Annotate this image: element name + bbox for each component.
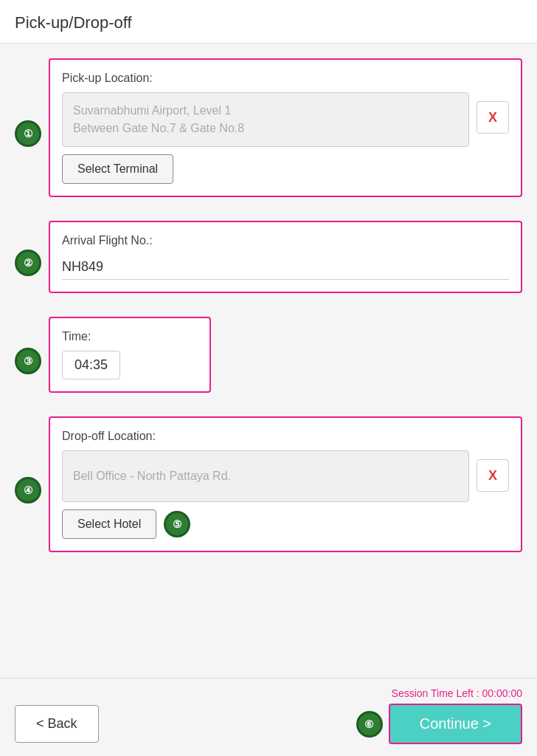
continue-button[interactable]: Continue >	[389, 704, 522, 744]
dropoff-placeholder: Bell Office - North Pattaya Rd.	[73, 467, 458, 485]
step2-badge-col: ②	[15, 250, 41, 276]
session-timer: Session Time Left : 00:00:00	[15, 687, 522, 699]
dropoff-clear-button[interactable]: X	[477, 459, 509, 492]
time-section: Time: 04:35	[49, 317, 211, 405]
dropoff-section: Drop-off Location: Bell Office - North P…	[49, 416, 522, 564]
pickup-box: Pick-up Location: Suvarnabhumi Airport, …	[49, 58, 522, 197]
flight-input[interactable]	[62, 255, 509, 280]
time-label: Time:	[62, 330, 198, 343]
dropoff-label: Drop-off Location:	[62, 430, 509, 443]
dropoff-location-display: Bell Office - North Pattaya Rd.	[62, 450, 469, 502]
back-button[interactable]: < Back	[15, 705, 99, 743]
step5-badge: ⑤	[164, 511, 190, 537]
pickup-placeholder: Suvarnabhumi Airport, Level 1 Between Ga…	[73, 102, 458, 137]
pickup-clear-icon: X	[488, 110, 497, 126]
flight-label: Arrival Flight No.:	[62, 234, 509, 247]
step3-badge-col: ③	[15, 348, 41, 374]
pickup-location-row: Suvarnabhumi Airport, Level 1 Between Ga…	[62, 92, 509, 147]
bottom-bar: Session Time Left : 00:00:00 < Back ⑥ Co…	[0, 678, 537, 756]
page-header: Pick-up/Drop-off	[0, 0, 537, 44]
time-box: Time: 04:35	[49, 317, 211, 393]
right-group: ⑥ Continue >	[356, 704, 522, 744]
step1-badge-col: ①	[15, 120, 41, 147]
flight-box: Arrival Flight No.:	[49, 221, 522, 293]
page-title: Pick-up/Drop-off	[15, 13, 522, 32]
time-display[interactable]: 04:35	[62, 351, 120, 379]
step1-badge: ①	[15, 120, 41, 147]
flight-section: Arrival Flight No.:	[49, 221, 522, 305]
dropoff-location-row: Bell Office - North Pattaya Rd. X	[62, 450, 509, 502]
dropoff-section-wrapper: ④ Drop-off Location: Bell Office - North…	[15, 416, 522, 564]
step4-badge: ④	[15, 477, 41, 504]
step4-badge-col: ④	[15, 477, 41, 504]
main-content: ① Pick-up Location: Suvarnabhumi Airport…	[0, 44, 537, 650]
select-terminal-button[interactable]: Select Terminal	[62, 154, 173, 184]
dropoff-clear-icon: X	[488, 468, 497, 484]
pickup-section-wrapper: ① Pick-up Location: Suvarnabhumi Airport…	[15, 58, 522, 209]
dropoff-box: Drop-off Location: Bell Office - North P…	[49, 416, 522, 552]
time-section-wrapper: ③ Time: 04:35	[15, 317, 522, 405]
pickup-clear-button[interactable]: X	[477, 101, 509, 134]
select-hotel-button[interactable]: Select Hotel	[62, 509, 156, 539]
step2-badge: ②	[15, 250, 41, 276]
pickup-section: Pick-up Location: Suvarnabhumi Airport, …	[49, 58, 522, 209]
step6-badge: ⑥	[356, 711, 383, 738]
step3-badge: ③	[15, 348, 41, 374]
bottom-bar-inner: < Back ⑥ Continue >	[15, 704, 522, 744]
pickup-location-display: Suvarnabhumi Airport, Level 1 Between Ga…	[62, 92, 469, 147]
flight-section-wrapper: ② Arrival Flight No.:	[15, 221, 522, 305]
pickup-label: Pick-up Location:	[62, 72, 509, 85]
